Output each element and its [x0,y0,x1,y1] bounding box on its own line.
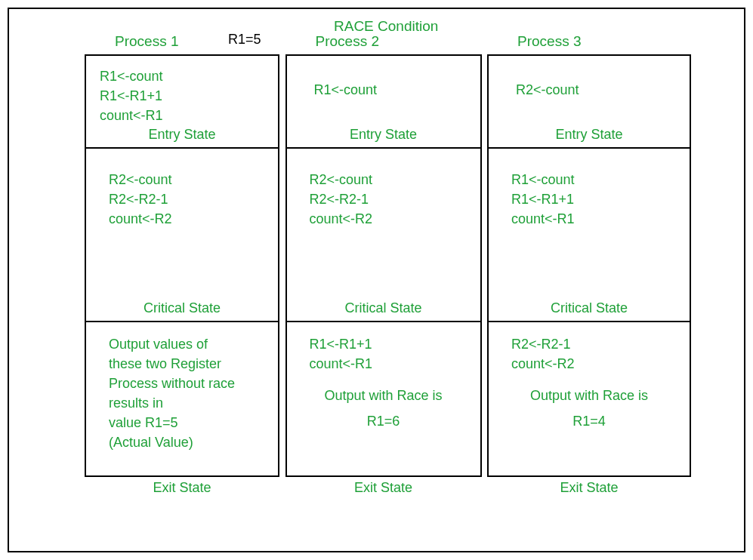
process-lane: Process 3 R2<-count Entry State R1<-coun… [487,33,691,551]
exit-state-box: R2<-R2-1 count<-R2 Output with Race is R… [487,322,691,477]
process-title: Process 3 [487,33,691,50]
process-lane: Process 1 R1<-count R1<-R1+1 count<-R1 E… [85,33,279,551]
process-title: Process 2 [285,33,482,50]
entry-state-box: R1<-count R1<-R1+1 count<-R1 Entry State [85,54,279,149]
exit-output-value: R1=4 [502,408,676,434]
critical-state-box: R1<-count R1<-R1+1 count<-R1 Critical St… [487,149,691,322]
exit-state-label: Exit State [85,477,279,498]
exit-state-box: Output values of these two Register Proc… [85,322,279,477]
critical-state-box: R2<-count R2<-R2-1 count<-R2 Critical St… [85,149,279,322]
exit-output-text: Output values of these two Register Proc… [100,333,264,453]
entry-code: R1<-count [301,66,467,100]
exit-code: R2<-R2-1 count<-R2 [502,333,676,374]
exit-state-box: R1<-R1+1 count<-R1 Output with Race is R… [285,322,482,477]
entry-state-box: R1<-count Entry State [285,54,482,149]
exit-output-label: Output with Race is [502,383,676,408]
exit-output-label: Output with Race is [301,383,467,408]
critical-state-label: Critical State [489,300,690,316]
critical-code: R2<-count R2<-R2-1 count<-R2 [100,159,264,229]
exit-code: R1<-R1+1 count<-R1 [301,333,467,374]
entry-code: R2<-count [502,66,676,100]
exit-state-label: Exit State [285,477,482,498]
entry-state-label: Entry State [287,127,480,143]
critical-state-label: Critical State [86,300,278,316]
critical-state-label: Critical State [287,300,480,316]
process-title: Process 1 [85,33,279,50]
critical-code: R2<-count R2<-R2-1 count<-R2 [301,159,467,229]
entry-state-box: R2<-count Entry State [487,54,691,149]
process-lanes: Process 1 R1<-count R1<-R1+1 count<-R1 E… [9,33,744,551]
critical-state-box: R2<-count R2<-R2-1 count<-R2 Critical St… [285,149,482,322]
diagram-frame: RACE Condition R1=5 Process 1 R1<-count … [8,8,745,552]
entry-code: R1<-count R1<-R1+1 count<-R1 [100,66,264,125]
critical-code: R1<-count R1<-R1+1 count<-R1 [502,159,676,229]
process-lane: Process 2 R1<-count Entry State R2<-coun… [285,33,482,551]
entry-state-label: Entry State [86,127,278,143]
diagram-title: RACE Condition [334,18,438,35]
entry-state-label: Entry State [489,127,690,143]
exit-output-value: R1=6 [301,408,467,434]
exit-state-label: Exit State [487,477,691,498]
